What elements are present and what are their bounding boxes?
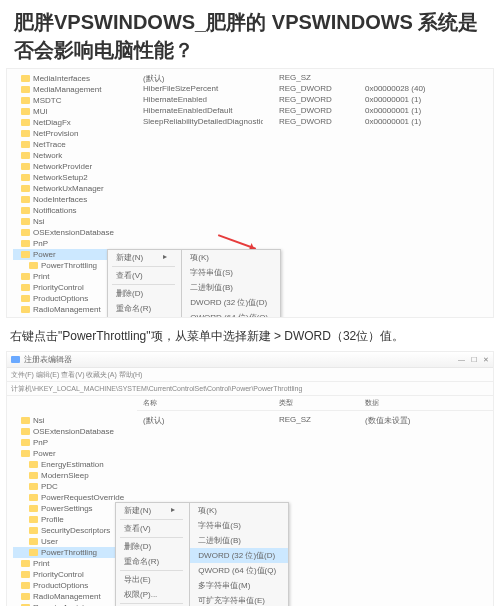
folder-icon xyxy=(21,251,30,258)
menu-item[interactable]: DWORD (32 位)值(D) xyxy=(182,295,280,310)
tree-item[interactable]: NetworkSetup2 xyxy=(13,172,137,183)
menu-item[interactable]: 导出(E) xyxy=(116,572,187,587)
value-row[interactable]: (默认)REG_SZ xyxy=(143,73,487,84)
tree-item-label: ProductOptions xyxy=(33,581,88,590)
folder-icon xyxy=(21,450,30,457)
tree-item[interactable]: PnP xyxy=(13,238,137,249)
tree-item[interactable]: NodeInterfaces xyxy=(13,194,137,205)
menu-item[interactable]: 删除(D) xyxy=(116,539,187,554)
tree-item[interactable]: MUI xyxy=(13,106,137,117)
window-controls[interactable]: — ☐ ✕ xyxy=(458,356,489,364)
minimize-icon[interactable]: — xyxy=(458,356,465,364)
menu-item[interactable]: 项(K) xyxy=(182,250,280,265)
menu-item[interactable]: 重命名(R) xyxy=(116,554,187,569)
tree-item[interactable]: NetProvision xyxy=(13,128,137,139)
value-row[interactable]: (默认)REG_SZ(数值未设置) xyxy=(143,415,487,426)
tree-item-label: PowerThrottling xyxy=(41,548,97,557)
tree-item[interactable]: MSDTC xyxy=(13,95,137,106)
folder-icon xyxy=(21,141,30,148)
value-data: 0x00000001 (1) xyxy=(365,106,435,117)
address-bar[interactable]: 计算机\HKEY_LOCAL_MACHINE\SYSTEM\CurrentCon… xyxy=(7,382,493,396)
value-data: 0x00000028 (40) xyxy=(365,84,435,95)
tree-item[interactable]: PDC xyxy=(13,481,137,492)
menu-separator xyxy=(120,537,183,538)
tree-item-label: PowerRequestOverride xyxy=(41,493,124,502)
tree-item[interactable]: Notifications xyxy=(13,205,137,216)
menubar[interactable]: 文件(F) 编辑(E) 查看(V) 收藏夹(A) 帮助(H) xyxy=(7,368,493,382)
tree-item[interactable]: NetworkProvider xyxy=(13,161,137,172)
menu-item[interactable]: 项(K) xyxy=(190,503,288,518)
value-row[interactable]: HiberFileSizePercentREG_DWORD0x00000028 … xyxy=(143,84,487,95)
tree-item[interactable]: NetTrace xyxy=(13,139,137,150)
menu-item[interactable]: 查看(V) xyxy=(108,268,179,283)
tree-item-label: Profile xyxy=(41,515,64,524)
chevron-right-icon: ▸ xyxy=(171,505,175,516)
folder-icon xyxy=(21,571,30,578)
menu-item[interactable]: 字符串值(S) xyxy=(190,518,288,533)
value-data: (数值未设置) xyxy=(365,415,435,426)
tree-item-label: ProductOptions xyxy=(33,294,88,303)
chevron-right-icon: ▸ xyxy=(163,252,167,263)
folder-icon xyxy=(29,262,38,269)
tree-item[interactable]: MediaManagement xyxy=(13,84,137,95)
menu-item[interactable]: 可扩充字符串值(E) xyxy=(190,593,288,606)
folder-icon xyxy=(21,86,30,93)
tree-item[interactable]: NetDiagFx xyxy=(13,117,137,128)
folder-icon xyxy=(29,494,38,501)
tree-item[interactable]: Power xyxy=(13,448,137,459)
column-headers[interactable]: 名称 类型 数据 xyxy=(137,396,493,411)
tree-item[interactable]: Network xyxy=(13,150,137,161)
tree-item-label: MSDTC xyxy=(33,96,61,105)
folder-icon xyxy=(21,130,30,137)
header-type[interactable]: 类型 xyxy=(279,398,349,408)
menu-item[interactable]: QWORD (64 位)值(Q) xyxy=(190,563,288,578)
menu-item[interactable]: DWORD (32 位)值(D) xyxy=(190,548,288,563)
maximize-icon[interactable]: ☐ xyxy=(471,356,477,364)
value-name: HibernateEnabledDefault xyxy=(143,106,263,117)
folder-icon xyxy=(21,284,30,291)
tree-item-label: PnP xyxy=(33,438,48,447)
header-name[interactable]: 名称 xyxy=(143,398,263,408)
value-type: REG_DWORD xyxy=(279,117,349,128)
article-title: 肥胖VPSWINDOWS_肥胖的 VPSWINDOWS 系统是否会影响电脑性能？ xyxy=(0,0,500,68)
tree-item[interactable]: OSExtensionDatabase xyxy=(13,426,137,437)
tree-item-label: User xyxy=(41,537,58,546)
menu-item-label: 删除(D) xyxy=(124,541,151,552)
menu-item[interactable]: 二进制值(B) xyxy=(190,533,288,548)
menu-item[interactable]: 新建(N)▸ xyxy=(116,503,187,518)
tree-item[interactable]: NetworkUxManager xyxy=(13,183,137,194)
tree-item[interactable]: ModernSleep xyxy=(13,470,137,481)
menu-item[interactable]: 多字符串值(M) xyxy=(190,578,288,593)
menu-item[interactable]: 权限(P)... xyxy=(116,587,187,602)
menu-item-label: DWORD (32 位)值(D) xyxy=(190,297,267,308)
value-data xyxy=(365,73,435,84)
menu-item[interactable]: 二进制值(B) xyxy=(182,280,280,295)
tree-item-label: PowerThrottling xyxy=(41,261,97,270)
tree-item[interactable]: PnP xyxy=(13,437,137,448)
menu-item-label: 可扩充字符串值(E) xyxy=(198,595,265,606)
header-data[interactable]: 数据 xyxy=(365,398,435,408)
menu-item-label: 字符串值(S) xyxy=(190,267,233,278)
tree-item[interactable]: Nsi xyxy=(13,415,137,426)
tree-item[interactable]: MediaInterfaces xyxy=(13,73,137,84)
tree-item[interactable]: Nsi xyxy=(13,216,137,227)
menu-item[interactable]: 新建(N)▸ xyxy=(108,250,179,265)
tree-item[interactable]: OSExtensionDatabase xyxy=(13,227,137,238)
context-menu[interactable]: 新建(N)▸查看(V)删除(D)重命名(R)导出(E)权限(P)...复制项名称… xyxy=(115,502,289,606)
menu-item[interactable]: QWORD (64 位)值(Q) xyxy=(182,310,280,318)
menu-item-label: 字符串值(S) xyxy=(198,520,241,531)
tree-item-label: PowerSettings xyxy=(41,504,93,513)
value-row[interactable]: HibernateEnabledDefaultREG_DWORD0x000000… xyxy=(143,106,487,117)
menu-separator xyxy=(120,570,183,571)
menu-item[interactable]: 查看(V) xyxy=(116,521,187,536)
folder-icon xyxy=(21,593,30,600)
value-row[interactable]: SleepReliabilityDetailedDiagnosticsREG_D… xyxy=(143,117,487,128)
menu-item[interactable]: 重命名(R) xyxy=(108,301,179,316)
close-icon[interactable]: ✕ xyxy=(483,356,489,364)
menu-item[interactable]: 删除(D) xyxy=(108,286,179,301)
context-menu[interactable]: 新建(N)▸查看(V)删除(D)重命名(R)导出(E)权限(P)...复制项名称… xyxy=(107,249,281,318)
value-row[interactable]: HibernateEnabledREG_DWORD0x00000001 (1) xyxy=(143,95,487,106)
tree-item-label: Remote Assistance xyxy=(33,316,101,318)
menu-item[interactable]: 字符串值(S) xyxy=(182,265,280,280)
tree-item[interactable]: EnergyEstimation xyxy=(13,459,137,470)
